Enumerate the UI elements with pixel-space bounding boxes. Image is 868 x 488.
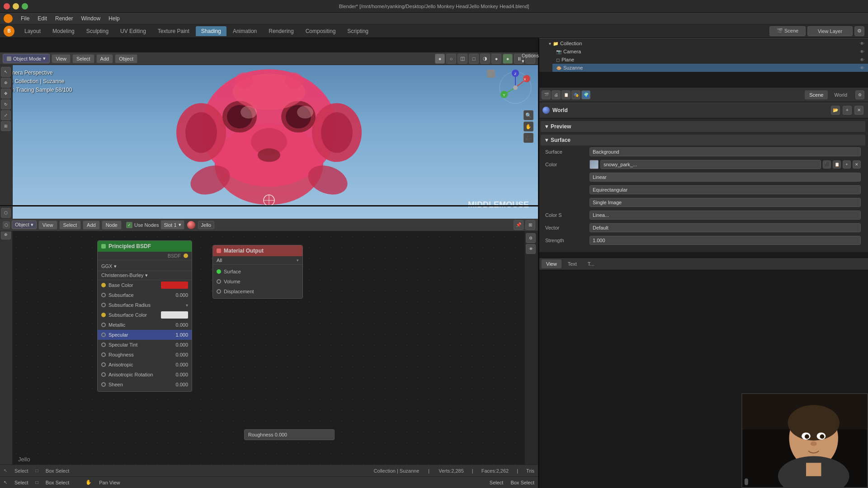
object-btn[interactable]: Object — [115, 54, 137, 63]
ggx-dropdown[interactable]: GGX ▾ — [98, 262, 192, 271]
viewport[interactable]: Camera Perspective (66) Collection | Suz… — [0, 65, 538, 219]
bottom-box-select[interactable]: Box Select — [46, 480, 70, 485]
color-preview-thumb[interactable] — [590, 160, 599, 169]
vector-value[interactable]: Default — [590, 223, 861, 232]
use-nodes-container[interactable]: ✓ Use Nodes — [126, 222, 159, 228]
world-new-icon[interactable]: + — [843, 106, 852, 115]
tab-sculpting[interactable]: Sculpting — [81, 26, 114, 36]
output-props-icon[interactable]: 🖨 — [552, 90, 561, 99]
shading-solid[interactable]: ◑ — [480, 54, 490, 64]
move-tool[interactable]: ✥ — [1, 89, 11, 99]
surface-value[interactable]: Background — [590, 147, 861, 156]
surface-input-socket[interactable] — [217, 269, 221, 274]
world-close-icon[interactable]: ✕ — [854, 106, 863, 115]
roughness-row[interactable]: Roughness 0.000 — [98, 350, 192, 360]
menu-file[interactable]: File — [17, 14, 33, 23]
subsurface-color-row[interactable]: Subsurface Color — [98, 310, 192, 320]
node-object-dropdown[interactable]: Object ▾ — [12, 221, 37, 229]
render-props-icon[interactable]: 🎬 — [542, 90, 551, 99]
collection-item-plane[interactable]: ◻ Plane 👁 — [552, 56, 868, 64]
select-status[interactable]: Select — [14, 468, 28, 474]
specular-row[interactable]: Specular 1.000 — [98, 330, 192, 340]
t-tab[interactable]: T... — [583, 259, 599, 268]
filter-icon[interactable]: ⚙ — [854, 26, 864, 36]
subsurface-socket[interactable] — [101, 293, 106, 297]
select-tool[interactable]: ↖ — [1, 67, 11, 77]
tab-layout[interactable]: Layout — [19, 26, 46, 36]
node-view-icon[interactable]: 👁 — [526, 244, 536, 254]
slot-dropdown[interactable]: Slot 1 ▾ — [160, 220, 184, 230]
specular-socket[interactable] — [101, 333, 106, 337]
camera-tool[interactable]: 🎥 — [524, 133, 533, 143]
bottom-pan-view[interactable]: Pan View — [99, 480, 120, 485]
minimize-btn[interactable] — [13, 3, 19, 9]
options-icon[interactable]: Options ▾ — [525, 54, 535, 64]
rotate-tool[interactable]: ↻ — [1, 99, 11, 109]
world-props-icon[interactable]: 🌍 — [581, 90, 590, 99]
shading-material[interactable]: ● — [491, 54, 501, 64]
strength-value[interactable]: 1.000 — [590, 236, 861, 245]
node-node-btn[interactable]: Node — [102, 221, 122, 230]
scene-selector[interactable]: 🎬 Scene — [769, 26, 806, 36]
xray-icon[interactable]: ◫ — [458, 54, 467, 64]
node-view-fit[interactable]: ⊞ — [525, 220, 535, 230]
surface-section-title[interactable]: ▾ Surface — [541, 135, 865, 145]
metallic-row[interactable]: Metallic 0.000 — [98, 320, 192, 330]
scale-tool[interactable]: ⤢ — [1, 110, 11, 120]
text-tab[interactable]: Text — [563, 259, 581, 268]
principled-bsdf-node[interactable]: Principled BSDF BSDF GGX ▾ Christensen-B… — [97, 240, 192, 392]
node-select-btn[interactable]: Select — [59, 221, 81, 230]
eye-icon-camera[interactable]: 👁 — [860, 49, 864, 54]
rendered-view-icon[interactable]: ● — [435, 54, 445, 64]
preview-section-title[interactable]: ▾ Preview — [541, 121, 865, 132]
node-properties-icon[interactable]: ⚙ — [526, 233, 536, 243]
eye-icon-suzanne[interactable]: 👁 — [860, 66, 864, 70]
transform-tool[interactable]: ⊞ — [1, 121, 11, 131]
nav-gizmo-container[interactable]: X Y Z — [497, 70, 533, 107]
sheen-socket[interactable] — [101, 382, 106, 387]
all-dropdown-row[interactable]: All ▾ — [213, 256, 302, 265]
add-btn[interactable]: Add — [96, 54, 113, 63]
view-btn[interactable]: View — [52, 54, 71, 63]
shading-wire[interactable]: □ — [469, 54, 479, 64]
eye-icon-plane[interactable]: 👁 — [860, 57, 864, 62]
subsurface-color-swatch[interactable] — [161, 311, 188, 319]
base-color-swatch[interactable] — [161, 282, 188, 289]
shading-rendered[interactable]: ● — [503, 54, 513, 64]
single-image-value[interactable]: Single Image — [590, 198, 861, 207]
view-layer-props-icon[interactable]: 📋 — [561, 90, 571, 99]
tab-shading[interactable]: Shading — [196, 26, 226, 36]
subsurface-radius-socket[interactable] — [101, 303, 106, 307]
volume-output-row[interactable]: Volume — [213, 277, 302, 286]
menu-edit[interactable]: Edit — [34, 14, 51, 23]
node-add-btn[interactable]: Add — [83, 221, 100, 230]
base-color-row[interactable]: Base Color — [98, 280, 192, 290]
color-new-icon[interactable]: + — [843, 160, 851, 169]
select-btn-viewport[interactable]: Select — [72, 54, 94, 63]
view-layer-selector[interactable]: View Layer — [807, 26, 853, 36]
menu-help[interactable]: Help — [105, 14, 123, 23]
right-panel-filter-icon[interactable]: ⚙ — [855, 90, 864, 99]
menu-render[interactable]: Render — [52, 14, 76, 23]
bsdf-output-socket[interactable] — [184, 253, 188, 258]
subsurface-row[interactable]: Subsurface 0.000 — [98, 290, 192, 300]
world-browse-icon[interactable]: 📂 — [831, 106, 840, 115]
menu-window[interactable]: Window — [77, 14, 104, 23]
view-tab[interactable]: View — [542, 259, 561, 268]
anisotropic-row[interactable]: Anisotropic 0.000 — [98, 360, 192, 370]
specular-tint-row[interactable]: Specular Tint 0.000 — [98, 340, 192, 350]
material-name[interactable]: Jello — [198, 221, 215, 229]
subsurface-color-socket[interactable] — [101, 313, 106, 317]
scene-props-icon[interactable]: 🎭 — [571, 90, 580, 99]
hand-tool[interactable]: ✋ — [524, 122, 533, 131]
collection-item-collection[interactable]: ▾ 📁 Collection 👁 — [545, 39, 868, 47]
tab-compositing[interactable]: Compositing — [300, 26, 341, 36]
specular-tint-socket[interactable] — [101, 343, 106, 347]
node-view-btn[interactable]: View — [38, 221, 57, 230]
color-linear-value[interactable]: Linea... — [590, 211, 861, 220]
box-select-status[interactable]: Box Select — [46, 468, 70, 474]
tab-animation[interactable]: Animation — [227, 26, 262, 36]
sheen-row[interactable]: Sheen 0.000 — [98, 380, 192, 389]
color-copy-icon[interactable]: 📋 — [833, 160, 841, 169]
displacement-output-row[interactable]: Displacement — [213, 286, 302, 296]
